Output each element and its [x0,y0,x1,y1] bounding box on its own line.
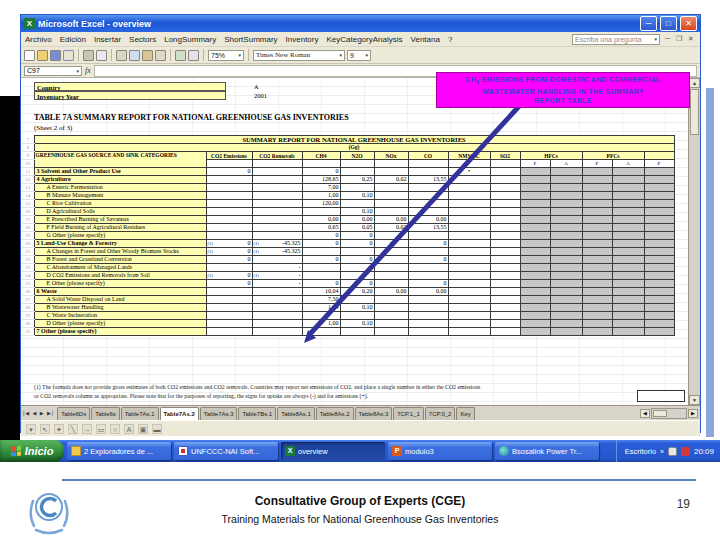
menu-longsummary[interactable]: LongSummary [164,35,216,44]
value-cell-hfca[interactable] [550,312,582,320]
value-cell-co2r[interactable] [252,224,302,232]
row-number[interactable]: 27 [22,296,34,304]
value-cell-hfca[interactable] [550,272,582,280]
value-cell-co2e[interactable] [206,208,252,216]
line-icon[interactable]: ╲ [68,424,78,434]
value-cell-pfca[interactable] [612,240,644,248]
worksheet-grid[interactable]: Country A Inventory Year 2001 TABLE 7A S… [21,78,700,405]
category-cell-d-agricultural-soils[interactable]: D Agricultural Soils [34,208,206,216]
value-cell-n2o[interactable] [340,168,374,176]
value-cell-n2o[interactable]: 0,20 [340,288,374,296]
category-cell-7-other-please-specify[interactable]: 7 Other (please specify) [34,328,206,336]
value-cell-pfca[interactable] [612,184,644,192]
value-cell-ch4[interactable]: 128,65 [302,176,340,184]
value-cell-hfca[interactable] [550,232,582,240]
tab-table8as-2[interactable]: Table8As.2 [316,407,354,420]
value-cell-nox[interactable]: 0,02 [374,224,408,232]
value-cell-pfca[interactable] [612,320,644,328]
format-painter-icon[interactable] [155,50,166,61]
value-cell-ch4[interactable] [302,272,340,280]
menu-edici-n[interactable]: Edición [60,35,86,44]
value-cell-pfcp[interactable] [582,264,612,272]
taskbar-button-modulo3[interactable]: Pmodulo3 [388,442,492,460]
value-cell-n2o[interactable] [340,328,374,336]
subheader-cell-a[interactable]: A [550,160,582,168]
header-cell-nmvoc[interactable]: NMVOC [448,152,490,160]
value-cell-co2r[interactable] [252,184,302,192]
arrow-icon[interactable]: → [82,424,92,434]
value-cell-hfca[interactable] [550,216,582,224]
row-number[interactable]: 13 [22,184,34,192]
value-cell-hfcp[interactable] [520,184,550,192]
value-cell-ex[interactable] [644,176,674,184]
value-cell-co[interactable] [408,264,448,272]
desktop-toolbar-label[interactable]: Escritorio [625,447,656,456]
row-number[interactable]: 17 [22,216,34,224]
value-cell-nox[interactable] [374,208,408,216]
value-cell-hfcp[interactable] [520,240,550,248]
tab-table8as-3[interactable]: Table8As.3 [355,407,393,420]
value-cell-pfcp[interactable] [582,296,612,304]
row-number[interactable]: 8 [22,144,34,152]
value-cell-hfca[interactable] [550,304,582,312]
subheader-cell-p[interactable]: P [582,160,612,168]
value-cell-co2e[interactable]: (1)0 [206,272,252,280]
value-cell-co2r[interactable]: (1)- [252,272,302,280]
value-cell-nmvoc[interactable] [448,288,490,296]
value-cell-nox[interactable]: • [374,240,408,248]
subheader-empty-cell[interactable] [340,160,374,168]
value-cell-pfcp[interactable] [582,312,612,320]
value-cell-co2e[interactable]: (1)0 [206,248,252,256]
value-cell-pfca[interactable] [612,312,644,320]
rectangle-icon[interactable]: ▭ [96,424,106,434]
value-cell-pfcp[interactable] [582,192,612,200]
tab-table6ds[interactable]: Table6Ds [57,407,90,420]
value-cell-pfca[interactable] [612,296,644,304]
value-cell-pfcp[interactable] [582,168,612,176]
value-cell-co[interactable]: 0 [408,280,448,288]
scrollbar-thumb[interactable] [653,410,667,417]
value-cell-co2r[interactable]: (1)-45.325 [252,248,302,256]
value-cell-hfca[interactable] [550,224,582,232]
value-cell-nox[interactable]: 0,02 [374,176,408,184]
header-cell-nox[interactable]: NOx [374,152,408,160]
value-cell-so2[interactable] [490,176,520,184]
value-cell-ch4[interactable] [302,312,340,320]
minimize-button[interactable]: ─ [640,16,657,31]
value-cell-ex[interactable] [644,328,674,336]
font-select[interactable]: Times New Roman ▾ [253,50,345,61]
value-cell-pfca[interactable] [612,208,644,216]
value-cell-ex[interactable] [644,320,674,328]
chevron-expand-icon[interactable]: » [660,448,664,455]
value-cell-ex[interactable] [644,296,674,304]
menu-shortsummary[interactable]: ShortSummary [224,35,277,44]
value-cell-co2r[interactable] [252,328,302,336]
value-cell-pfcp[interactable] [582,288,612,296]
select-arrow-icon[interactable]: ↖ [40,424,50,434]
value-cell-nmvoc[interactable] [448,312,490,320]
value-cell-nmvoc[interactable] [448,256,490,264]
value-cell-hfcp[interactable] [520,200,550,208]
value-cell-ch4[interactable]: 1,54 [302,304,340,312]
value-cell-pfcp[interactable] [582,272,612,280]
value-cell-hfcp[interactable] [520,312,550,320]
value-cell-co[interactable] [408,320,448,328]
value-cell-co[interactable] [408,248,448,256]
row-number[interactable]: 22 [22,256,34,264]
value-cell-pfca[interactable] [612,264,644,272]
header-cell-n2o[interactable]: N2O [340,152,374,160]
value-cell-ch4[interactable]: 0 [302,168,340,176]
autoshapes-icon[interactable]: ✦ [54,424,64,434]
value-cell-ch4[interactable] [302,248,340,256]
value-cell-ex[interactable] [644,248,674,256]
tab-table7as-2[interactable]: Table7As.2 [160,407,199,420]
value-cell-co[interactable] [408,168,448,176]
value-cell-co2r[interactable] [252,288,302,296]
scroll-down-icon[interactable]: ▼ [689,395,700,405]
value-cell-co2r[interactable] [252,216,302,224]
value-cell-co2e[interactable]: (1)0 [206,240,252,248]
draw-menu-icon[interactable]: ▾ [26,424,36,434]
value-cell-so2[interactable] [490,184,520,192]
value-cell-n2o[interactable]: 0 [340,240,374,248]
value-cell-so2[interactable] [490,168,520,176]
